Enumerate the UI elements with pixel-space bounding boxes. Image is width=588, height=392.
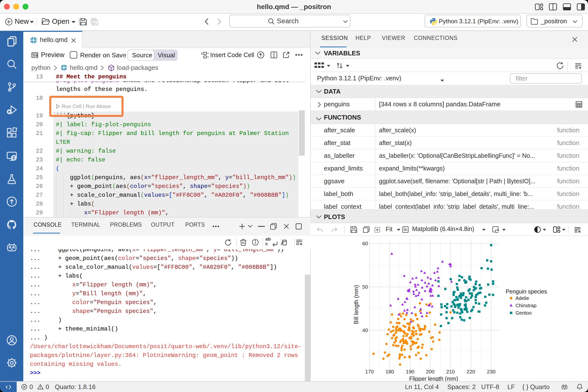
svg-text:170: 170 <box>365 369 374 374</box>
svg-text:200: 200 <box>426 369 434 374</box>
svg-text:220: 220 <box>466 369 475 374</box>
svg-text:180: 180 <box>386 369 394 374</box>
svg-text:Adelie: Adelie <box>516 296 529 301</box>
svg-text:Gentoo: Gentoo <box>516 310 532 316</box>
svg-text:40: 40 <box>362 327 368 333</box>
svg-text:Flipper length (mm): Flipper length (mm) <box>409 376 458 381</box>
svg-text:50: 50 <box>362 284 368 290</box>
svg-text:230: 230 <box>487 369 496 374</box>
svg-text:60: 60 <box>362 240 368 246</box>
svg-text:Penguin species: Penguin species <box>506 288 547 295</box>
svg-text:190: 190 <box>406 369 414 374</box>
svg-text:Chinstrap: Chinstrap <box>516 303 536 308</box>
svg-text:210: 210 <box>446 369 455 374</box>
svg-text:Bill length (mm): Bill length (mm) <box>353 285 360 324</box>
